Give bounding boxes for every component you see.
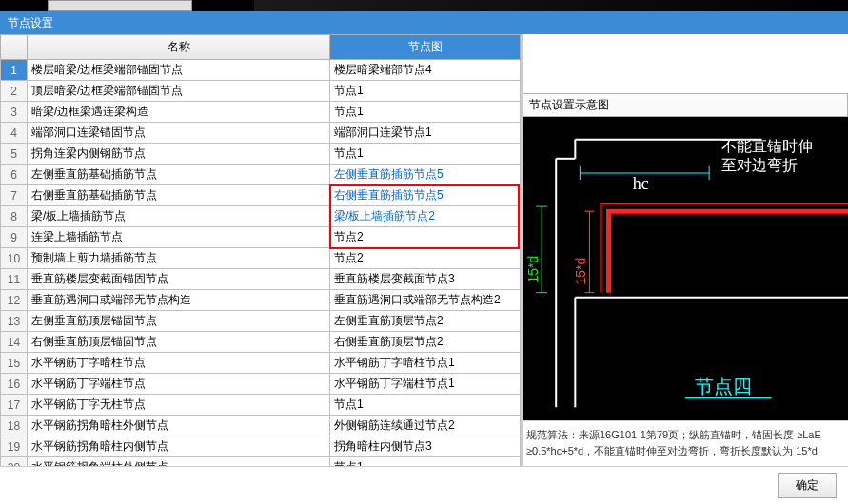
row-number: 1: [1, 60, 28, 81]
cell-node[interactable]: 梁/板上墙插筋节点2: [330, 206, 521, 227]
cell-node[interactable]: 水平钢筋丁字端柱节点1: [330, 374, 521, 395]
cell-name[interactable]: 楼层暗梁/边框梁端部锚固节点: [28, 60, 330, 81]
cell-node[interactable]: 垂直筋楼层变截面节点3: [330, 269, 521, 290]
row-number: 15: [1, 353, 28, 374]
table-row[interactable]: 4端部洞口连梁锚固节点端部洞口连梁节点1: [1, 123, 521, 144]
row-number: 9: [1, 227, 28, 248]
table-row[interactable]: 17水平钢筋丁字无柱节点节点1: [1, 395, 521, 416]
nodes-table: 名称 节点图 1楼层暗梁/边框梁端部锚固节点楼层暗梁端部节点42顶层暗梁/边框梁…: [0, 34, 521, 466]
row-number: 3: [1, 102, 28, 123]
col-header-node[interactable]: 节点图: [330, 35, 521, 60]
table-row[interactable]: 16水平钢筋丁字端柱节点水平钢筋丁字端柱节点1: [1, 374, 521, 395]
dialog-title: 节点设置: [0, 11, 848, 34]
right-spacer: [523, 34, 848, 93]
table-row[interactable]: 9连梁上墙插筋节点节点2: [1, 227, 521, 248]
cell-name[interactable]: 梁/板上墙插筋节点: [28, 206, 330, 227]
cell-name[interactable]: 垂直筋楼层变截面锚固节点: [28, 269, 330, 290]
cell-node[interactable]: 节点2: [330, 227, 521, 248]
cell-name[interactable]: 垂直筋遇洞口或端部无节点构造: [28, 290, 330, 311]
row-number: 13: [1, 311, 28, 332]
cell-name[interactable]: 水平钢筋拐角暗柱外侧节点: [28, 416, 330, 436]
cell-node[interactable]: 右侧垂直筋插筋节点5: [330, 185, 521, 206]
svg-text:节点四: 节点四: [695, 376, 752, 397]
table-row[interactable]: 12垂直筋遇洞口或端部无节点构造垂直筋遇洞口或端部无节点构造2: [1, 290, 521, 311]
row-number: 7: [1, 185, 28, 206]
cell-name[interactable]: 暗梁/边框梁遇连梁构造: [28, 102, 330, 123]
cell-name[interactable]: 水平钢筋拐角暗柱内侧节点: [28, 436, 330, 457]
cell-node[interactable]: 节点1: [330, 457, 521, 467]
table-row[interactable]: 2顶层暗梁/边框梁端部锚固节点节点1: [1, 81, 521, 102]
row-number: 18: [1, 416, 28, 436]
cell-name[interactable]: 水平钢筋丁字无柱节点: [28, 395, 330, 416]
cell-name[interactable]: 拐角连梁内侧钢筋节点: [28, 144, 330, 165]
nodes-table-area: 名称 节点图 1楼层暗梁/边框梁端部锚固节点楼层暗梁端部节点42顶层暗梁/边框梁…: [0, 34, 522, 466]
row-number: 11: [1, 269, 28, 290]
cell-node[interactable]: 左侧垂直筋顶层节点2: [330, 311, 521, 332]
table-row[interactable]: 7右侧垂直筋基础插筋节点右侧垂直筋插筋节点5: [1, 185, 521, 206]
table-row[interactable]: 20水平钢筋拐角端柱外侧节点节点1: [1, 457, 521, 467]
svg-text:hc: hc: [633, 174, 649, 193]
diagram-title: 节点设置示意图: [523, 93, 848, 117]
table-row[interactable]: 6左侧垂直筋基础插筋节点左侧垂直筋插筋节点5: [1, 165, 521, 185]
table-row[interactable]: 18水平钢筋拐角暗柱外侧节点外侧钢筋连续通过节点2: [1, 416, 521, 436]
cell-name[interactable]: 端部洞口连梁锚固节点: [28, 123, 330, 144]
cell-name[interactable]: 顶层暗梁/边框梁端部锚固节点: [28, 81, 330, 102]
diagram-description: 规范算法：来源16G101-1第79页；纵筋直锚时，锚固长度 ≥LaE ≥0.5…: [523, 420, 848, 466]
cell-node[interactable]: 外侧钢筋连续通过节点2: [330, 416, 521, 436]
cell-node[interactable]: 节点1: [330, 81, 521, 102]
app-top-strip: [0, 0, 848, 11]
col-header-name[interactable]: 名称: [28, 35, 330, 60]
svg-text:不能直锚时伸: 不能直锚时伸: [721, 137, 813, 154]
row-number: 5: [1, 144, 28, 165]
row-number: 8: [1, 206, 28, 227]
cell-node[interactable]: 水平钢筋丁字暗柱节点1: [330, 353, 521, 374]
row-number: 12: [1, 290, 28, 311]
cell-node[interactable]: 右侧垂直筋顶层节点2: [330, 332, 521, 353]
table-row[interactable]: 15水平钢筋丁字暗柱节点水平钢筋丁字暗柱节点1: [1, 353, 521, 374]
table-row[interactable]: 10预制墙上剪力墙插筋节点节点2: [1, 248, 521, 269]
svg-text:至对边弯折: 至对边弯折: [721, 156, 798, 173]
row-number: 19: [1, 436, 28, 457]
svg-text:15*d: 15*d: [573, 258, 588, 285]
cell-name[interactable]: 左侧垂直筋顶层锚固节点: [28, 311, 330, 332]
row-number: 20: [1, 457, 28, 467]
row-number: 16: [1, 374, 28, 395]
cell-name[interactable]: 左侧垂直筋基础插筋节点: [28, 165, 330, 185]
table-row[interactable]: 19水平钢筋拐角暗柱内侧节点拐角暗柱内侧节点3: [1, 436, 521, 457]
row-number: 17: [1, 395, 28, 416]
cell-name[interactable]: 水平钢筋丁字端柱节点: [28, 374, 330, 395]
cell-node[interactable]: 节点1: [330, 102, 521, 123]
cell-name[interactable]: 水平钢筋拐角端柱外侧节点: [28, 457, 330, 467]
table-row[interactable]: 8梁/板上墙插筋节点梁/板上墙插筋节点2: [1, 206, 521, 227]
table-row[interactable]: 1楼层暗梁/边框梁端部锚固节点楼层暗梁端部节点4: [1, 60, 521, 81]
table-row[interactable]: 14右侧垂直筋顶层锚固节点右侧垂直筋顶层节点2: [1, 332, 521, 353]
table-row[interactable]: 13左侧垂直筋顶层锚固节点左侧垂直筋顶层节点2: [1, 311, 521, 332]
ok-button[interactable]: 确定: [778, 473, 837, 498]
col-header-num: [1, 35, 28, 60]
cell-name[interactable]: 预制墙上剪力墙插筋节点: [28, 248, 330, 269]
cell-name[interactable]: 连梁上墙插筋节点: [28, 227, 330, 248]
node-diagram: hc 15*d 15*d 不能直锚时伸 至对边弯折: [523, 117, 848, 420]
svg-text:15*d: 15*d: [525, 256, 541, 283]
cell-node[interactable]: 节点2: [330, 248, 521, 269]
cell-node[interactable]: 左侧垂直筋插筋节点5: [330, 165, 521, 185]
row-number: 2: [1, 81, 28, 102]
cell-name[interactable]: 水平钢筋丁字暗柱节点: [28, 353, 330, 374]
table-row[interactable]: 5拐角连梁内侧钢筋节点节点1: [1, 144, 521, 165]
row-number: 4: [1, 123, 28, 144]
row-number: 6: [1, 165, 28, 185]
cell-node[interactable]: 拐角暗柱内侧节点3: [330, 436, 521, 457]
cell-node[interactable]: 楼层暗梁端部节点4: [330, 60, 521, 81]
row-number: 10: [1, 248, 28, 269]
cell-name[interactable]: 右侧垂直筋基础插筋节点: [28, 185, 330, 206]
dialog-button-bar: 确定: [0, 466, 848, 504]
row-number: 14: [1, 332, 28, 353]
cell-node[interactable]: 端部洞口连梁节点1: [330, 123, 521, 144]
cell-node[interactable]: 节点1: [330, 395, 521, 416]
cell-node[interactable]: 节点1: [330, 144, 521, 165]
table-row[interactable]: 11垂直筋楼层变截面锚固节点垂直筋楼层变截面节点3: [1, 269, 521, 290]
cell-node[interactable]: 垂直筋遇洞口或端部无节点构造2: [330, 290, 521, 311]
table-row[interactable]: 3暗梁/边框梁遇连梁构造节点1: [1, 102, 521, 123]
cell-name[interactable]: 右侧垂直筋顶层锚固节点: [28, 332, 330, 353]
